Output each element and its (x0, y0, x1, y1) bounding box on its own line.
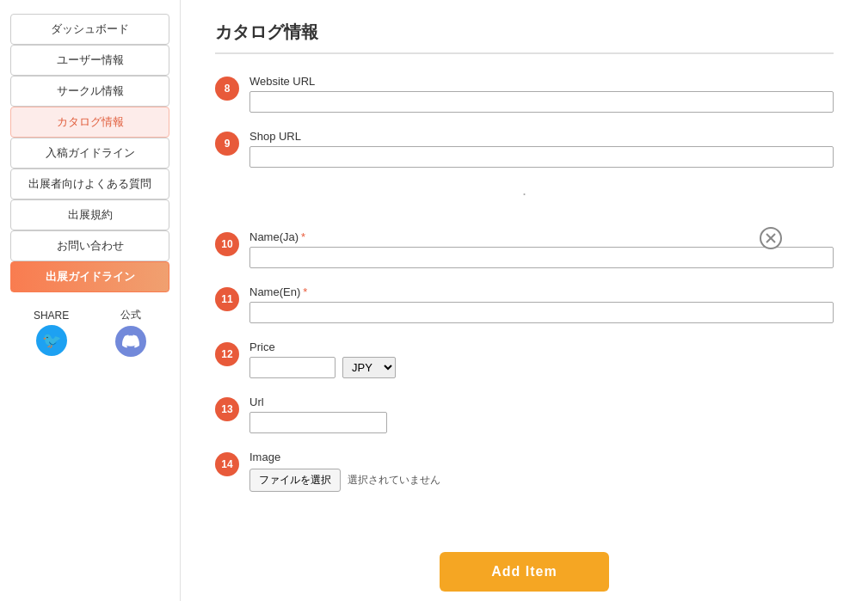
sidebar-item-4[interactable]: 入稿ガイドライン (10, 138, 169, 169)
sidebar-item-6[interactable]: 出展規約 (10, 199, 169, 230)
name-en-input[interactable] (249, 302, 834, 323)
price-field: Price JPY USD EUR (249, 340, 834, 378)
shop-url-input[interactable] (249, 146, 834, 168)
page-title: カタログ情報 (215, 21, 834, 54)
sidebar-item-7[interactable]: お問い合わせ (10, 230, 169, 261)
shop-url-label: Shop URL (249, 130, 834, 143)
item-url-label: Url (249, 396, 834, 408)
price-label: Price (249, 340, 834, 353)
remove-item-button[interactable] (760, 227, 782, 249)
discord-group: 公式 (115, 308, 146, 357)
add-item-button[interactable]: Add Item (440, 552, 608, 592)
step-10-badge: 10 (215, 232, 239, 256)
website-url-input[interactable] (249, 91, 834, 113)
step-9-badge: 9 (215, 132, 239, 156)
twitter-icon[interactable]: 🐦 (36, 325, 67, 356)
name-ja-input[interactable] (249, 247, 834, 268)
item-url-field: Url (249, 396, 834, 433)
image-row: 14 Image ファイルを選択 選択されていません (215, 451, 834, 492)
website-url-row: 8 Website URL (215, 75, 834, 113)
step-13-badge: 13 (215, 397, 239, 421)
file-input-area: ファイルを選択 選択されていません (249, 469, 834, 492)
website-url-label: Website URL (249, 75, 834, 88)
name-en-row: 11 Name(En)* (215, 285, 834, 323)
sidebar-item-1[interactable]: ユーザー情報 (10, 45, 169, 76)
twitter-group: SHARE 🐦 (34, 310, 69, 356)
shop-url-row: 9 Shop URL (215, 130, 834, 168)
sidebar: ダッシュボードユーザー情報サークル情報カタログ情報入稿ガイドライン出展者向けよく… (0, 0, 181, 601)
price-input-row: JPY USD EUR (249, 357, 834, 378)
currency-select[interactable]: JPY USD EUR (342, 357, 396, 378)
sidebar-item-3[interactable]: カタログ情報 (10, 107, 169, 138)
social-links: SHARE 🐦 公式 (10, 304, 169, 360)
divider-dot: · (215, 185, 834, 203)
item-block: 10 Name(Ja)* 11 Name(En)* (215, 213, 834, 518)
image-field: Image ファイルを選択 選択されていません (249, 451, 834, 492)
official-label: 公式 (120, 308, 141, 322)
price-row: 12 Price JPY USD EUR (215, 340, 834, 378)
price-input[interactable] (249, 357, 336, 378)
step-12-badge: 12 (215, 342, 239, 366)
main-content: カタログ情報 8 Website URL 9 Shop URL · (181, 0, 868, 601)
name-ja-field: Name(Ja)* (249, 230, 834, 268)
name-ja-row: 10 Name(Ja)* (215, 230, 834, 268)
item-url-row: 13 Url (215, 396, 834, 433)
name-ja-label: Name(Ja)* (249, 230, 834, 243)
name-en-required: * (303, 285, 307, 298)
form-section: 8 Website URL 9 Shop URL · (215, 75, 834, 518)
sidebar-item-5[interactable]: 出展者向けよくある質問 (10, 169, 169, 199)
sidebar-item-8[interactable]: 出展ガイドライン (10, 261, 169, 292)
name-en-field: Name(En)* (249, 285, 834, 323)
sidebar-item-2[interactable]: サークル情報 (10, 76, 169, 107)
step-11-badge: 11 (215, 287, 239, 311)
share-label: SHARE (34, 310, 69, 322)
image-label: Image (249, 451, 834, 463)
item-url-input[interactable] (249, 412, 387, 433)
website-url-field: Website URL (249, 75, 834, 113)
file-select-button[interactable]: ファイルを選択 (249, 469, 341, 492)
file-no-selected-label: 選択されていません (348, 473, 440, 488)
name-en-label: Name(En)* (249, 285, 834, 298)
name-ja-required: * (301, 230, 305, 243)
step-14-badge: 14 (215, 452, 239, 476)
sidebar-item-0[interactable]: ダッシュボード (10, 14, 169, 45)
step-8-badge: 8 (215, 77, 239, 101)
shop-url-field: Shop URL (249, 130, 834, 168)
discord-icon[interactable] (115, 326, 146, 357)
